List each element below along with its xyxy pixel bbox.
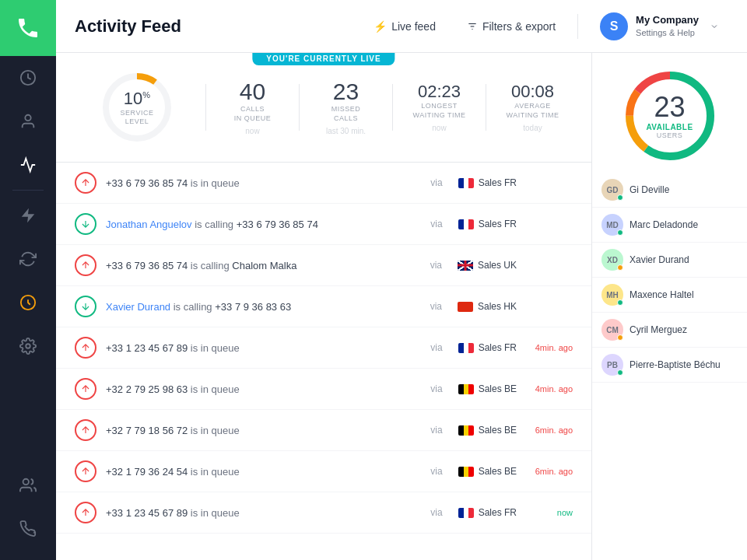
company-avatar: S: [600, 12, 628, 40]
feed-item[interactable]: +32 7 79 18 56 72 is in queue via Sales …: [56, 410, 591, 451]
calls-in-queue-stat: 40 CALLS IN QUEUE now: [212, 74, 293, 142]
feed-item[interactable]: +32 1 79 36 24 54 is in queue via Sales …: [56, 451, 591, 492]
user-avatar: XD: [601, 249, 623, 271]
feed-via: via: [430, 219, 442, 229]
feed-text: Xavier Durand is calling +33 7 9 36 83 6…: [106, 301, 415, 313]
call-icon: [75, 378, 96, 400]
feed-text: +33 1 23 45 67 89 is in queue: [106, 507, 415, 519]
service-level-label2: LEVEL: [121, 117, 154, 126]
user-status-dot: [617, 229, 623, 236]
flag-badge: Sales BE: [458, 425, 517, 436]
user-item[interactable]: XD Xavier Durand: [592, 243, 747, 278]
available-users-label: AVAILABLE: [646, 123, 693, 131]
user-item[interactable]: GD Gi Deville: [592, 173, 747, 208]
user-initials: MD: [606, 221, 619, 229]
sidebar-item-history[interactable]: [0, 56, 56, 100]
calls-label2: IN QUEUE: [234, 114, 272, 122]
feed-list: +33 6 79 36 85 74 is in queue via Sales …: [56, 163, 591, 560]
header-actions: ⚡ Live feed Filters & export S My Compan…: [364, 8, 728, 45]
company-badge[interactable]: S My Company Settings & Help: [591, 8, 728, 45]
feed-item[interactable]: +33 1 23 45 67 89 is in queue via Sales …: [56, 492, 591, 534]
sidebar-item-contacts[interactable]: [0, 100, 56, 143]
user-initials: GD: [607, 186, 619, 194]
sidebar-item-sync[interactable]: [0, 237, 56, 281]
feed-time: now: [526, 508, 573, 517]
user-name: Gi Deville: [630, 184, 738, 195]
flag-badge: Sales FR: [458, 177, 517, 188]
feed-time: 6min. ago: [526, 425, 573, 435]
feed-item[interactable]: Jonathan Anguelov is calling +33 6 79 36…: [56, 204, 591, 245]
sidebar-item-settings[interactable]: [0, 324, 56, 368]
user-initials: CM: [606, 326, 619, 334]
available-users-value: 23: [646, 93, 693, 121]
longest-sub: now: [432, 124, 446, 132]
feed-text: +33 1 23 45 67 89 is in queue: [106, 342, 415, 354]
call-icon: [75, 254, 96, 276]
feed-item[interactable]: +33 1 23 45 67 89 is in queue via Sales …: [56, 327, 591, 369]
user-avatar: MH: [601, 284, 623, 306]
call-icon: [75, 213, 96, 235]
missed-sub: last 30 min.: [326, 127, 366, 135]
flag-badge: Sales HK: [458, 301, 517, 312]
queue-name: Sales BE: [479, 425, 517, 436]
live-feed-button[interactable]: ⚡ Live feed: [364, 16, 445, 37]
service-level-donut: 10% SERVICE LEVEL: [75, 62, 199, 152]
flag-badge: Sales FR: [458, 342, 517, 353]
user-avatar: CM: [601, 319, 623, 341]
feed-item[interactable]: +33 6 79 36 85 74 is calling Chalom Malk…: [56, 245, 591, 286]
company-name: My Company: [636, 14, 699, 27]
feed-via: via: [430, 342, 442, 353]
left-panel: YOU'RE CURRENTLY LIVE 10% SERVICE: [56, 53, 591, 560]
feed-text: +33 6 79 36 85 74 is in queue: [106, 177, 415, 189]
feed-via: via: [430, 507, 442, 518]
user-item[interactable]: PB Pierre-Baptiste Béchu: [592, 348, 747, 383]
flag-badge: Sales FR: [458, 219, 517, 229]
big-donut-wrapper: 23 AVAILABLE USERS: [619, 65, 721, 166]
queue-name: Sales FR: [479, 177, 517, 188]
sidebar-bottom: [0, 464, 56, 560]
queue-name: Sales FR: [479, 219, 517, 229]
sidebar-item-team[interactable]: [0, 464, 56, 507]
sidebar-item-lightning[interactable]: [0, 194, 56, 237]
user-initials: MH: [606, 291, 619, 299]
user-item[interactable]: MH Maxence Haltel: [592, 278, 747, 313]
queue-name: Sales FR: [479, 507, 517, 518]
feed-item[interactable]: +32 2 79 25 98 63 is in queue via Sales …: [56, 369, 591, 410]
users-list: GD Gi Deville MD Marc Deladonde XD Xavie…: [592, 173, 747, 560]
user-status-dot: [617, 194, 623, 201]
longest-value: 02:23: [418, 83, 461, 100]
user-item[interactable]: MD Marc Deladonde: [592, 208, 747, 243]
call-icon: [75, 502, 96, 523]
sidebar-item-power[interactable]: [0, 281, 56, 324]
feed-via: via: [430, 260, 442, 271]
user-initials: XD: [607, 256, 618, 264]
bolt-icon: ⚡: [374, 20, 387, 33]
user-item[interactable]: CM Cyril Merguez: [592, 313, 747, 348]
average-label1: AVERAGE: [514, 102, 550, 110]
feed-via: via: [430, 301, 442, 312]
available-users-donut: 23 AVAILABLE USERS: [592, 53, 747, 173]
user-status-dot: [617, 264, 623, 271]
header-divider: [577, 14, 578, 39]
feed-via: via: [430, 177, 442, 188]
filters-button[interactable]: Filters & export: [458, 16, 565, 37]
sidebar-item-phone[interactable]: [0, 507, 56, 551]
app-logo[interactable]: [0, 0, 56, 56]
company-info: My Company Settings & Help: [636, 14, 699, 38]
user-avatar: PB: [601, 354, 623, 376]
feed-time: 6min. ago: [526, 467, 573, 476]
donut-wrapper: 10% SERVICE LEVEL: [98, 68, 176, 146]
content-area: YOU'RE CURRENTLY LIVE 10% SERVICE: [56, 53, 747, 560]
feed-via: via: [430, 425, 442, 436]
sidebar-item-activity[interactable]: [0, 143, 56, 187]
queue-name: Sales BE: [479, 466, 517, 477]
feed-text: +32 7 79 18 56 72 is in queue: [106, 425, 415, 436]
feed-item[interactable]: +33 6 79 36 85 74 is in queue via Sales …: [56, 163, 591, 204]
user-name: Marc Deladonde: [630, 219, 738, 230]
flag-badge: Sales BE: [458, 383, 517, 394]
feed-time: 4min. ago: [526, 343, 573, 352]
user-avatar: GD: [601, 179, 623, 201]
calls-value: 40: [240, 80, 265, 103]
longest-label2: WAITING TIME: [413, 111, 466, 119]
feed-item[interactable]: Xavier Durand is calling +33 7 9 36 83 6…: [56, 286, 591, 327]
